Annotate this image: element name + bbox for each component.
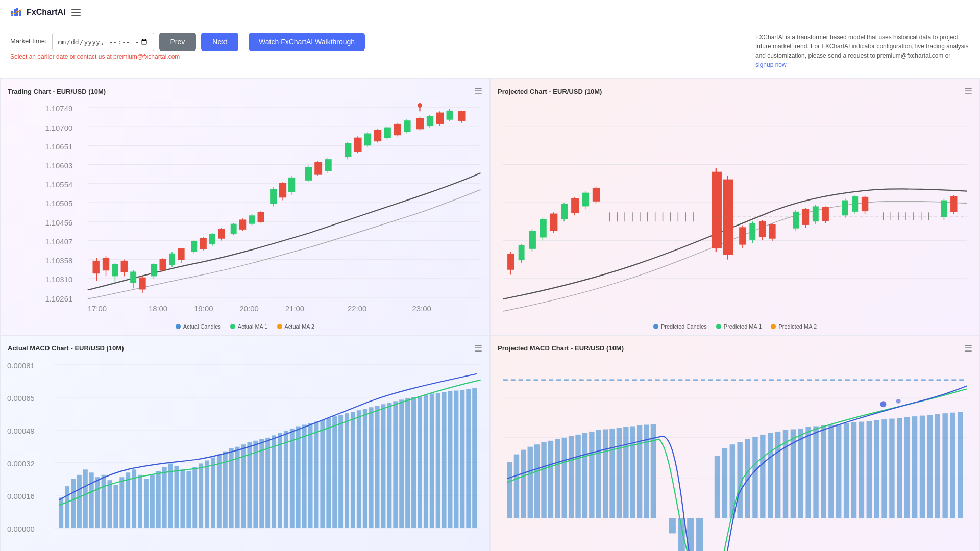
svg-rect-200: [108, 480, 112, 528]
svg-rect-324: [958, 412, 963, 518]
svg-rect-29: [103, 258, 109, 270]
svg-rect-303: [798, 429, 803, 518]
svg-rect-208: [156, 471, 161, 528]
svg-rect-296: [745, 439, 750, 518]
svg-rect-121: [550, 214, 557, 231]
prev-button[interactable]: Prev: [159, 33, 197, 51]
svg-rect-59: [249, 215, 255, 223]
svg-rect-320: [927, 415, 933, 518]
svg-rect-203: [126, 472, 130, 528]
svg-rect-256: [448, 391, 453, 528]
svg-text:1.10603: 1.10603: [45, 162, 72, 170]
svg-text:0.00032: 0.00032: [7, 460, 35, 468]
svg-rect-247: [393, 401, 398, 528]
svg-rect-85: [394, 124, 401, 135]
projected-macd-menu[interactable]: ☰: [964, 344, 972, 353]
svg-rect-213: [186, 471, 191, 528]
svg-rect-95: [447, 111, 453, 120]
svg-text:1.10700: 1.10700: [45, 124, 72, 132]
svg-rect-165: [852, 196, 858, 212]
trading-chart-panel: Trading Chart - EUR/USD (10M) ☰ 1.10749 …: [0, 78, 490, 335]
svg-rect-45: [178, 249, 184, 260]
svg-rect-234: [314, 421, 318, 528]
svg-rect-151: [760, 221, 766, 237]
svg-text:0.00016: 0.00016: [7, 492, 35, 500]
svg-rect-278: [589, 432, 594, 518]
svg-rect-323: [950, 412, 955, 518]
svg-rect-232: [302, 424, 307, 528]
svg-text:1.10554: 1.10554: [45, 181, 72, 189]
svg-rect-27: [93, 261, 99, 273]
svg-text:22:00: 22:00: [348, 305, 366, 313]
projected-chart-menu[interactable]: ☰: [964, 87, 972, 96]
charts-grid-bottom: Actual MACD Chart - EUR/USD (10M) ☰ 0.00…: [0, 335, 980, 551]
svg-rect-228: [278, 433, 282, 528]
svg-rect-39: [151, 264, 157, 277]
svg-rect-57: [240, 220, 246, 229]
svg-rect-143: [712, 172, 721, 248]
svg-rect-63: [270, 189, 277, 204]
actual-macd-title: Actual MACD Chart - EUR/USD (10M): [8, 344, 124, 352]
svg-rect-41: [160, 260, 166, 270]
svg-rect-275: [569, 436, 574, 518]
svg-rect-318: [912, 416, 917, 518]
svg-rect-239: [345, 413, 349, 528]
svg-rect-286: [644, 424, 649, 518]
svg-rect-206: [144, 479, 149, 528]
svg-text:17:00: 17:00: [88, 305, 107, 313]
signup-link[interactable]: signup now: [755, 61, 787, 68]
svg-rect-251: [418, 396, 422, 528]
svg-rect-53: [218, 229, 225, 238]
svg-rect-83: [384, 128, 390, 138]
svg-rect-226: [265, 438, 270, 528]
svg-rect-272: [548, 441, 553, 518]
svg-rect-253: [430, 393, 434, 528]
logo-icon: [10, 6, 22, 18]
svg-rect-49: [200, 238, 206, 249]
svg-rect-248: [399, 399, 404, 528]
svg-point-325: [880, 401, 886, 407]
svg-rect-308: [836, 424, 841, 518]
app-logo: FxChartAI: [10, 6, 65, 18]
svg-rect-214: [192, 467, 197, 528]
svg-rect-274: [562, 438, 567, 518]
svg-rect-321: [935, 414, 940, 518]
svg-rect-210: [168, 463, 173, 528]
svg-rect-87: [404, 120, 410, 132]
svg-rect-202: [119, 477, 124, 528]
svg-rect-129: [593, 188, 600, 201]
actual-macd-menu[interactable]: ☰: [474, 344, 482, 353]
svg-text:21:00: 21:00: [285, 305, 304, 313]
svg-rect-69: [305, 167, 312, 181]
app-name: FxChartAI: [27, 8, 65, 17]
svg-rect-47: [191, 241, 197, 252]
svg-rect-315: [889, 418, 894, 518]
next-button[interactable]: Next: [201, 33, 238, 51]
svg-rect-240: [351, 412, 355, 528]
svg-rect-224: [253, 441, 258, 528]
svg-rect-227: [272, 435, 276, 528]
svg-rect-73: [325, 159, 331, 171]
date-input[interactable]: [52, 33, 154, 51]
projected-chart-svg: [496, 100, 974, 320]
svg-rect-310: [851, 422, 856, 518]
trading-chart-menu[interactable]: ☰: [474, 87, 482, 96]
svg-rect-254: [436, 393, 440, 528]
svg-rect-81: [374, 131, 381, 141]
svg-text:0.00065: 0.00065: [7, 394, 35, 403]
watchthrough-button[interactable]: Watch FxChartAI Walkthrough: [249, 33, 365, 51]
market-time-section: Market time: Prev Next Select an earlier…: [10, 33, 238, 60]
hamburger-menu[interactable]: [71, 9, 81, 16]
svg-rect-245: [381, 404, 386, 528]
svg-rect-309: [844, 423, 849, 518]
svg-rect-157: [803, 209, 809, 224]
svg-rect-282: [617, 428, 622, 518]
svg-text:19:00: 19:00: [194, 305, 213, 313]
svg-rect-35: [130, 271, 136, 283]
svg-text:1.10456: 1.10456: [45, 219, 72, 227]
svg-rect-97: [458, 111, 465, 120]
svg-rect-238: [338, 415, 343, 528]
svg-rect-155: [793, 212, 799, 229]
svg-rect-113: [508, 254, 514, 269]
svg-text:20:00: 20:00: [240, 305, 259, 313]
